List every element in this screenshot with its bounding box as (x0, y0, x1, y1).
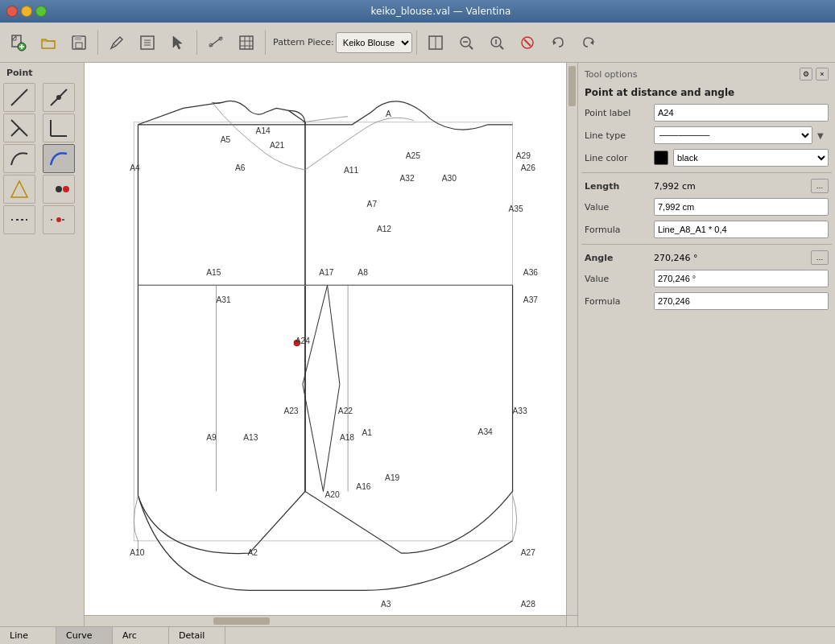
window-title: keiko_blouse.val — Valentina (53, 6, 829, 17)
point-label-input[interactable] (654, 104, 829, 122)
svg-line-9 (114, 43, 116, 46)
panel-icons: ⚙ × (800, 68, 829, 80)
angle-display: 270,246 ° (654, 253, 806, 263)
svg-text:A14: A14 (256, 126, 271, 135)
save-button[interactable] (64, 28, 93, 57)
dash-tool[interactable] (3, 205, 35, 234)
svg-text:A2: A2 (247, 548, 258, 557)
svg-text:A16: A16 (356, 482, 370, 491)
length-value-input[interactable] (654, 198, 829, 216)
new-button[interactable] (3, 28, 32, 57)
minimize-button[interactable] (21, 6, 32, 17)
open-button[interactable] (34, 28, 63, 57)
svg-text:A15: A15 (206, 268, 221, 277)
draw-mode-button[interactable] (102, 28, 131, 57)
line-tool[interactable] (3, 83, 35, 112)
svg-text:A33: A33 (513, 407, 527, 415)
svg-text:A9: A9 (206, 433, 217, 442)
maximize-button[interactable] (35, 6, 47, 17)
select-button[interactable] (163, 28, 192, 57)
tool-options-header: Tool options ⚙ × (581, 66, 832, 82)
close-button[interactable] (6, 6, 18, 17)
angle-more-btn[interactable]: … (811, 250, 829, 265)
separator-4 (416, 31, 417, 55)
section-title: Point at distance and angle (581, 84, 832, 101)
svg-text:A7: A7 (367, 200, 378, 208)
details-button[interactable] (133, 28, 162, 57)
angle-tool[interactable] (43, 114, 75, 142)
angle-value-input[interactable] (654, 270, 829, 287)
svg-text:A1: A1 (362, 428, 372, 437)
point-on-line-tool[interactable] (43, 83, 75, 112)
svg-marker-33 (553, 40, 556, 45)
svg-rect-8 (76, 43, 82, 48)
line-type-select[interactable]: ──────── - - - - - (654, 126, 812, 144)
stop-button[interactable] (513, 28, 542, 57)
svg-line-32 (524, 39, 531, 46)
grid-button[interactable] (232, 28, 261, 57)
panel-close-btn[interactable]: × (816, 68, 829, 80)
svg-text:A34: A34 (478, 427, 493, 436)
svg-text:A12: A12 (377, 225, 391, 233)
length-formula-input[interactable] (654, 221, 829, 238)
svg-text:A31: A31 (217, 295, 231, 304)
length-more-btn[interactable]: … (811, 179, 829, 193)
divider-2 (581, 244, 832, 245)
point-red-tool[interactable] (43, 205, 75, 234)
length-display: 7,992 cm (654, 181, 806, 192)
tab-detail[interactable]: Detail (169, 627, 225, 644)
active-curve-tool[interactable] (43, 144, 75, 173)
point-label-label: Point label (585, 108, 649, 118)
redo-button[interactable] (574, 28, 603, 57)
window-controls[interactable] (6, 6, 47, 17)
left-panel: Point (0, 63, 85, 626)
svg-text:A10: A10 (130, 548, 144, 557)
svg-text:A28: A28 (521, 600, 535, 609)
angle-formula-input[interactable] (654, 292, 829, 310)
scrollbar-vertical[interactable] (566, 63, 577, 615)
undo-button[interactable] (544, 28, 573, 57)
curve-tool[interactable] (3, 144, 35, 173)
svg-text:A17: A17 (319, 268, 333, 277)
pattern-canvas: A A1 A2 A3 A4 A5 A6 A7 A8 A9 A10 A11 A12… (85, 63, 566, 615)
tab-arc[interactable]: Arc (113, 627, 169, 644)
line-type-row: Line type ──────── - - - - - ▼ (581, 124, 832, 147)
svg-rect-7 (75, 36, 81, 40)
scrollbar-horizontal[interactable] (85, 615, 566, 626)
svg-text:A20: A20 (324, 490, 339, 499)
measure-button[interactable] (201, 28, 230, 57)
pattern-piece-select[interactable]: Keiko Blouse (336, 32, 412, 53)
svg-text:A30: A30 (442, 174, 457, 183)
separator-3 (265, 31, 266, 55)
length-value-row: Value (581, 196, 832, 218)
scrollbar-thumb-h[interactable] (213, 617, 270, 625)
intersect-tool[interactable] (3, 114, 35, 142)
line-color-row: Line color black red blue (581, 147, 832, 169)
bottom-section: Line Curve Arc Detail -18, 16 (cm) File … (0, 626, 835, 644)
angle-formula-row: Formula (581, 290, 832, 312)
panel-title: Point (3, 66, 81, 80)
canvas-area[interactable]: A A1 A2 A3 A4 A5 A6 A7 A8 A9 A10 A11 A12… (85, 63, 577, 626)
titlebar: keiko_blouse.val — Valentina (0, 0, 835, 23)
tool-options-title: Tool options (585, 69, 637, 80)
svg-text:A37: A37 (523, 295, 538, 304)
angle-formula-label: Formula (585, 296, 649, 307)
svg-point-44 (63, 186, 69, 192)
length-formula-label: Formula (585, 225, 649, 235)
color-select[interactable]: black red blue (673, 149, 829, 167)
svg-rect-18 (240, 36, 253, 49)
scrollbar-thumb-v[interactable] (568, 66, 576, 106)
tab-curve[interactable]: Curve (56, 627, 113, 644)
divider-1 (581, 172, 832, 173)
panel-config-btn[interactable]: ⚙ (800, 68, 812, 80)
point-mark-tool[interactable] (43, 175, 75, 204)
layout-button[interactable] (421, 28, 450, 57)
zoom-in-button[interactable] (482, 28, 511, 57)
triangle-tool[interactable] (3, 175, 35, 204)
svg-point-49 (56, 217, 61, 222)
svg-line-39 (11, 128, 19, 136)
line-type-label: Line type (585, 130, 649, 141)
tab-line[interactable]: Line (0, 627, 56, 644)
zoom-out-button[interactable] (452, 28, 481, 57)
svg-text:A5: A5 (221, 135, 231, 144)
